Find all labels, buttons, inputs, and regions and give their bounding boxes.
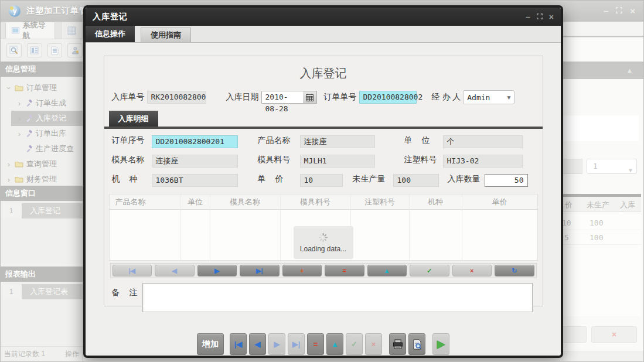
header-fields: 入库单号 RK20100828001 入库日期 2010-08-28 订单单号 …	[104, 90, 543, 105]
bg-table-row[interactable]: 5 100	[554, 231, 641, 245]
tool-icon	[25, 115, 33, 122]
status-bar: 当前记录数 1 操作	[1, 346, 83, 361]
grid-cancel-button[interactable]: ×	[452, 265, 492, 276]
grid-post-button[interactable]: ✓	[410, 265, 449, 276]
tree-item-query-mgmt[interactable]: 查询管理	[1, 156, 83, 172]
search-button[interactable]	[6, 43, 22, 57]
dialog-body: 入库登记 入库单号 RK20100828001 入库日期 2010-08-28 …	[86, 43, 561, 356]
tab-system-nav-label: 系统导航	[23, 20, 49, 41]
grid-first-button[interactable]: |◀	[113, 265, 152, 276]
unproduced-label: 未生产量	[353, 174, 386, 185]
unit-field: 个	[443, 135, 523, 148]
dialog-minimize-button[interactable]: –	[526, 13, 530, 21]
section-report-output: 报表输出	[1, 267, 83, 282]
add-button[interactable]: 增加	[197, 333, 224, 355]
tree-item-order-create[interactable]: 订单生成	[1, 95, 83, 111]
user-button[interactable]	[67, 43, 83, 57]
machine-label: 机 种	[112, 174, 141, 185]
printer-icon	[393, 339, 403, 349]
sidebar-tabs: 系统导航	[1, 22, 83, 39]
order-no-input[interactable]: DD20100828002	[359, 91, 417, 104]
order-no-label: 订单单号	[324, 92, 357, 103]
dialog-tabs: 信息操作 使用指南	[86, 26, 561, 43]
grid-next-button[interactable]: ▶	[197, 265, 237, 276]
tree-item-order-out[interactable]: 订单出库	[1, 126, 83, 141]
tree-item-entry-reg[interactable]: 入库登记	[11, 111, 83, 126]
print-button[interactable]	[389, 333, 406, 355]
preview-button[interactable]	[408, 333, 425, 355]
tree-item-finance-mgmt[interactable]: 财务管理	[1, 172, 83, 187]
document-button[interactable]	[47, 43, 63, 57]
next-button[interactable]: ▶	[268, 333, 285, 355]
grid-refresh-button[interactable]: ↻	[495, 265, 534, 276]
col-mold-name[interactable]: 模具名称	[210, 194, 280, 210]
run-button[interactable]: ▶	[432, 333, 449, 355]
report-output-item[interactable]: 1 入库登记表	[1, 284, 83, 299]
sidebar: 系统导航 信息管理 订单管理	[1, 22, 83, 361]
delete-button[interactable]: =	[307, 333, 324, 355]
screen: y 注塑加工订单管理系 – × 系统导航	[0, 0, 644, 362]
bg-input-strip	[557, 115, 639, 141]
tab-info-operation[interactable]: 信息操作	[86, 26, 135, 42]
tree-item-progress[interactable]: 生产进度查	[1, 141, 83, 156]
first-button[interactable]: |◀	[230, 333, 247, 355]
user-icon	[71, 46, 79, 54]
last-button[interactable]: ▶|	[288, 333, 305, 355]
info-window-item[interactable]: 1 入库登记	[1, 203, 83, 218]
mold-no-label: 模具料号	[258, 155, 291, 165]
cell-price: 10	[562, 218, 571, 227]
tab-entry-detail[interactable]: 入库明细	[109, 111, 158, 127]
col-material[interactable]: 注塑料号	[351, 194, 409, 210]
col-price[interactable]: 单价	[462, 194, 537, 210]
tree-item-label: 订单管理	[26, 83, 57, 93]
seq-input[interactable]: DD2010082800201	[152, 135, 238, 148]
remark-textarea[interactable]	[142, 283, 533, 312]
col-machine[interactable]: 机种	[410, 194, 462, 210]
form-panel: 入库登记 入库单号 RK20100828001 入库日期 2010-08-28 …	[104, 56, 543, 306]
qty-input[interactable]: 50	[485, 174, 528, 187]
tab-user-guide[interactable]: 使用指南	[141, 28, 191, 42]
tab-system-nav[interactable]: 系统导航	[5, 22, 55, 39]
grid-last-button[interactable]: ▶|	[240, 265, 280, 276]
post-button[interactable]: ✓	[346, 333, 363, 355]
remark-row: 备 注	[104, 283, 543, 313]
item-label: 入库登记	[22, 203, 83, 218]
col-unit[interactable]: 单位	[181, 194, 210, 210]
app-close-button[interactable]: ×	[630, 6, 635, 16]
unit-label: 单 位	[404, 135, 434, 146]
col-product[interactable]: 产品名称	[110, 194, 180, 210]
grid-delete-button[interactable]: =	[325, 265, 364, 276]
bg-cancel-button[interactable]: ×	[591, 326, 637, 343]
bg-table-row[interactable]: 10 100	[554, 216, 641, 230]
monitor-icon	[12, 27, 19, 34]
cancel-button[interactable]: ×	[365, 333, 382, 355]
tool-icon	[25, 145, 33, 153]
entry-no-field: RK20100828001	[147, 91, 206, 104]
dialog-maximize-button[interactable]	[536, 13, 543, 21]
dialog-titlebar[interactable]: 入库登记 – ×	[86, 8, 561, 26]
tree-item-order-mgmt[interactable]: 订单管理	[1, 80, 83, 95]
grid-prev-button[interactable]: ◀	[155, 265, 195, 276]
calendar-button[interactable]	[303, 91, 317, 104]
prev-button[interactable]: ◀	[249, 333, 266, 355]
tool-icon	[25, 130, 33, 138]
form-heading: 入库登记	[104, 66, 543, 81]
tab-grid[interactable]	[61, 22, 83, 39]
edit-button[interactable]: ▲	[326, 333, 343, 355]
folder-icon	[15, 160, 23, 168]
org-list-button[interactable]	[27, 43, 42, 57]
dialog-close-button[interactable]: ×	[549, 13, 554, 21]
tree-item-label: 订单出库	[36, 128, 66, 139]
item-label: 入库登记表	[22, 284, 83, 299]
app-restore-button[interactable]	[615, 6, 623, 16]
section-info-window: 信息窗口	[1, 186, 83, 201]
loading-text: Loading data...	[300, 245, 346, 253]
handler-select[interactable]: Admin ▼	[463, 90, 514, 104]
bg-page-select[interactable]: 1 ▼	[587, 159, 637, 174]
item-index: 1	[1, 203, 22, 218]
col-mold-no[interactable]: 模具料号	[281, 194, 350, 210]
grid-insert-button[interactable]: +	[282, 265, 322, 276]
date-input[interactable]: 2010-08-28	[261, 91, 303, 104]
grid-edit-button[interactable]: ▲	[367, 265, 407, 276]
app-minimize-button[interactable]: –	[604, 6, 608, 16]
